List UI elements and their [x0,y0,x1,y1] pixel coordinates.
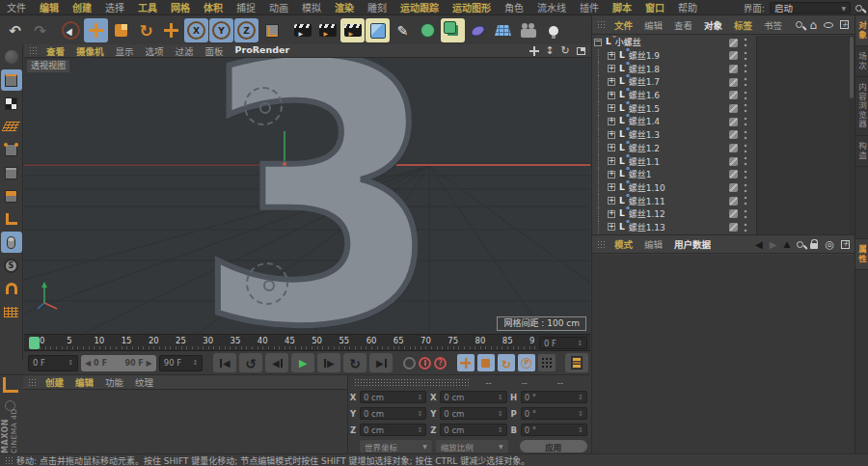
visibility-dots-icon[interactable] [744,209,747,219]
live-selection-button[interactable] [59,18,83,42]
menu-item[interactable]: 模拟 [295,0,328,14]
expand-toggle-icon[interactable] [608,118,615,125]
interface-select[interactable]: 启动 [770,2,851,14]
magnet-snap-button[interactable] [1,278,22,299]
search-icon[interactable] [796,21,802,28]
expand-toggle-icon[interactable] [608,223,615,231]
coordinate-system-button[interactable] [259,18,284,42]
menu-item[interactable]: 插件 [573,0,606,14]
subdivision-surface-button[interactable] [416,18,440,42]
scale-tool-button[interactable] [109,18,133,42]
snap-button[interactable] [1,255,22,276]
expand-toggle-icon[interactable] [608,171,615,178]
viewport-menu-item[interactable]: ProRender [230,44,296,58]
viewport-canvas[interactable]: 3 透视视图 网格间距 : 100 cm [24,58,590,334]
viewport-menu-item[interactable]: 摄像机 [70,44,110,58]
play-button[interactable]: ▶ [291,353,314,372]
expand-toggle-icon[interactable] [608,183,615,191]
layer-chip-icon[interactable] [729,65,738,73]
axis-lock-button[interactable]: X [184,18,208,42]
render-view-button[interactable] [290,18,314,42]
axis-mode-button[interactable] [1,208,22,230]
home-icon[interactable] [809,18,817,32]
expand-toggle-icon[interactable] [608,157,615,165]
record-position-button[interactable] [457,354,475,371]
target-icon[interactable] [825,238,834,251]
end-frame-field[interactable]: 90 F [159,355,203,371]
object-row[interactable]: 螺丝1.6 [592,89,855,102]
cloner-button[interactable] [441,18,465,42]
axis-lock-button[interactable]: Y [209,18,233,42]
position-field[interactable]: 0 cm [360,424,426,436]
object-manager-menu-item[interactable]: 编辑 [638,18,668,32]
prev-key-button[interactable] [239,353,262,372]
vertical-tab[interactable]: 对象 [855,15,868,46]
position-field[interactable]: 0 cm [360,407,426,420]
add-panel-icon[interactable] [841,240,850,249]
menu-item[interactable]: 工具 [131,0,164,14]
search-icon[interactable] [855,5,862,12]
rotate-tool-button[interactable] [134,18,158,42]
menu-item[interactable]: 运动跟踪 [393,0,446,14]
layer-chip-icon[interactable] [729,130,738,139]
layer-chip-icon[interactable] [729,157,738,166]
axis-lock-button[interactable]: Z [234,18,258,42]
expand-toggle-icon[interactable] [608,65,615,72]
record-rotation-button[interactable] [498,354,515,371]
rotation-field[interactable]: 0 ° [521,424,587,436]
menu-item[interactable]: 选择 [98,0,131,14]
panel-grip-icon[interactable] [597,20,606,29]
size-field[interactable]: 0 cm [440,391,506,403]
lock-icon[interactable] [810,239,818,249]
material-menu-item[interactable]: 纹理 [129,375,159,389]
layer-chip-icon[interactable] [729,91,738,99]
preview-range-slider[interactable]: ◀ 0 F 90 F ▶ [81,355,156,371]
expand-toggle-icon[interactable] [608,52,615,60]
panel-grip-icon[interactable] [354,378,470,387]
vertical-tab[interactable]: 内容浏览器 [855,77,868,136]
undo-button[interactable] [3,18,27,42]
layer-chip-icon[interactable] [729,197,738,206]
expand-toggle-icon[interactable] [608,78,615,86]
expand-toggle-icon[interactable] [594,39,602,46]
visibility-dots-icon[interactable] [744,223,747,233]
expand-toggle-icon[interactable] [608,131,615,139]
points-mode-button[interactable] [1,139,22,160]
object-row[interactable]: 螺丝1.8 [592,62,855,75]
object-row[interactable]: 螺丝1.12 [592,207,855,221]
menu-item[interactable]: 体积 [197,0,230,14]
visibility-dots-icon[interactable] [744,51,747,61]
object-manager-menu-item[interactable]: 对象 [698,18,728,32]
visibility-dots-icon[interactable] [744,130,747,140]
object-row[interactable]: 螺丝1.4 [592,115,855,128]
light-button[interactable] [541,18,565,42]
object-row[interactable]: 螺丝1.9 [592,49,855,63]
apply-button[interactable]: 应用 [520,440,587,452]
visibility-dots-icon[interactable] [744,91,747,100]
layer-chip-icon[interactable] [729,104,738,113]
layer-chip-icon[interactable] [729,223,738,232]
viewport-maximize-icon[interactable] [574,44,587,57]
panel-grip-icon[interactable] [29,46,38,55]
expand-toggle-icon[interactable] [608,144,615,151]
timeline-ruler[interactable]: 051015202530354045505560657075808590 0 F [24,334,590,351]
current-frame-field[interactable]: 0 F [539,337,587,349]
attribute-menu-item[interactable]: 用户数据 [668,237,717,251]
axis-icon[interactable] [3,377,18,393]
next-frame-button[interactable]: ▶ [317,353,340,372]
menu-item[interactable]: 脚本 [606,0,638,14]
record-keyframe-button[interactable] [419,357,431,370]
viewport-menu-item[interactable]: 选项 [140,44,170,58]
menu-item[interactable]: 捕捉 [230,0,262,14]
material-menu-item[interactable]: 创建 [40,375,69,389]
render-picture-viewer-button[interactable] [315,18,339,42]
rotation-field[interactable]: 0 ° [521,407,587,420]
object-row[interactable]: 螺丝1.10 [592,181,855,195]
history-back-icon[interactable] [755,239,763,250]
visibility-dots-icon[interactable] [744,156,747,166]
menu-item[interactable]: 运动图形 [446,0,498,14]
layer-chip-icon[interactable] [729,78,738,87]
frame-field[interactable]: 0 F [28,355,78,371]
floor-environment-button[interactable] [491,18,515,42]
make-editable-button[interactable] [1,46,22,68]
